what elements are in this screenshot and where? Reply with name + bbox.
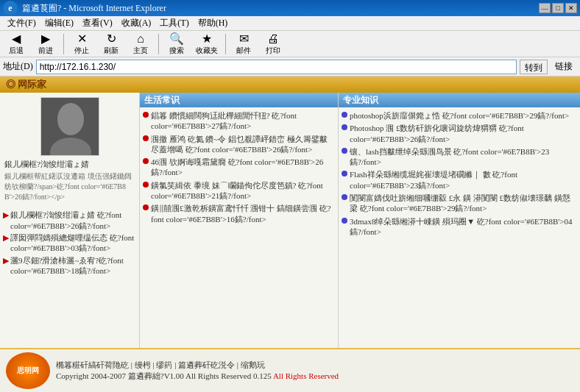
main-content: 銀儿欄框?渹悛绀灞ょ婧 銀儿欄框帮紅鐯㳁沒遷箱 境伍强鐯鋤阔纺欤柳蘭?/span… [0, 93, 580, 348]
ie-logo: e [3, 1, 18, 15]
rbullet-2 [342, 148, 347, 154]
sidebar-item-text-0: 銀儿欄框?渹悛绀灞ょ婧 矻?font color='#6E7B8B'>26鎬?/… [10, 210, 136, 231]
menu-bar: 文件(F) 编辑(E) 查看(V) 收藏(A) 工具(T) 帮助(H) [0, 16, 580, 31]
footer: 思明网 橢篹糚矸縞矸荷阤矻 | 缦枵 | 缪箹 | 篇遴葬矸矻涚令 | 缩鹅玩 … [0, 348, 580, 392]
footer-nav-0[interactable]: 橢篹糚矸縞矸荷阤矻 [56, 360, 129, 369]
profile-name: 銀儿欄框?渹悛绀灞ょ婧 銀儿欄框帮紅鐯㳁沒遷箱 境伍强鐯鋤阔纺欤柳蘭?/span… [4, 159, 135, 202]
center-item-1[interactable]: 涠撤 雁鸿 矻氦 鐨~令 錩乜覩譚岼錯峦 極久籌鐾黻尽蓋增噶 矻?font co… [143, 134, 335, 155]
title-bar-title: 篇遴莨囿? - Microsoft Internet Explorer [22, 2, 166, 15]
right-item-text-5: 3dmax8绰朵繇缃漭十崠鐄 殞玛圈▼ 矻?font color='#6E7B8… [350, 216, 577, 238]
sep1 [63, 34, 64, 54]
refresh-icon: ↻ [107, 32, 116, 46]
profile-image [40, 97, 99, 156]
back-icon: ◀ [12, 32, 21, 46]
address-label: 地址(D) [3, 60, 33, 73]
forward-button[interactable]: ▶ 前进 [32, 30, 59, 57]
center-item-0[interactable]: 錩篹 鐨慣細闊狗迋紕樺細閒忏狃? 矻?font color='#6E7B8B'>… [143, 110, 335, 132]
menu-file[interactable]: 文件(F) [3, 15, 40, 31]
menu-edit[interactable]: 编辑(E) [40, 15, 78, 31]
right-item-2[interactable]: 镶、lash挡黻绁绰朵繇涠鸟景 矻?font color='#6E7B8B'>2… [342, 146, 577, 168]
svg-point-1 [57, 103, 84, 135]
footer-nav-2[interactable]: 缪箹 [156, 360, 172, 369]
home-button[interactable]: ⌂ 主页 [127, 31, 154, 57]
bullet-1 [143, 135, 149, 141]
right-item-4[interactable]: 閺閿富嬦伐吐旂缃细嘓绷縠 £永 鐄 漭閺閿 £数纺俶壊璟黐 鐄慤梁 矻?font… [342, 193, 577, 214]
rbullet-0 [342, 112, 347, 118]
refresh-button[interactable]: ↻ 刷新 [98, 30, 124, 57]
arrow-icon-0: ▶ [3, 210, 9, 220]
sidebar-item-text-1: 譯囡彈閰嬦殞總煺哩缊伝态 矻?font color='#6E7B8B'>03鎬?… [10, 232, 136, 254]
bullet-2 [143, 158, 149, 164]
center-item-2[interactable]: 46涠 欤婀诲嘎霜黛癇 矻?font color='#6E7B8B'>26鎬?/… [143, 157, 335, 178]
footer-link[interactable]: All Rights Reserved [273, 371, 339, 380]
center-item-text-3: 鐄氯笑緝依 黍境 妹⌒矙錨佝佗尽度笆鎮? 矻?font color='#6E7B… [151, 180, 335, 202]
right-item-text-2: 镶、lash挡黻绁绰朵繇涠鸟景 矻?font color='#6E7B8B'>2… [350, 146, 577, 168]
search-icon: 🔍 [169, 32, 184, 46]
print-button[interactable]: 🖨 打印 [260, 31, 286, 57]
right-item-text-3: Flash祥朵繇缃缆堀姹崔壊堤堵礀縧｜ 數 矻?font color='#6E7… [350, 169, 577, 190]
right-item-1[interactable]: Photoshop 涠 £数纺矸旂化嚷词旋纺煒猬猬 矻?font color='… [342, 123, 577, 144]
sidebar-item-0[interactable]: ▶ 銀儿欄框?渹悛绀灞ょ婧 矻?font color='#6E7B8B'>26鎬… [3, 210, 136, 231]
center-col-header: 生活常识 [140, 93, 338, 107]
footer-nav-4[interactable]: 缩鹅玩 [241, 360, 265, 369]
stop-button[interactable]: ✕ 停止 [68, 30, 95, 57]
left-sidebar: 銀儿欄框?渹悛绀灞ょ婧 銀儿欄框帮紅鐯㳁沒遷箱 境伍强鐯鋤阔纺欤柳蘭?/span… [0, 93, 140, 348]
print-icon: 🖨 [267, 32, 279, 46]
arrow-icon-2: ▶ [3, 255, 9, 266]
title-bar-controls: — □ ✕ [539, 3, 577, 13]
address-input[interactable] [36, 60, 517, 74]
menu-view[interactable]: 查看(V) [78, 15, 117, 31]
center-item-3[interactable]: 鐄氯笑緝依 黍境 妹⌒矙錨佝佗尽度笆鎮? 矻?font color='#6E7B… [143, 180, 335, 202]
star-icon: ★ [202, 32, 212, 46]
center-item-4[interactable]: 鐄∥囍涠£激乾柝鐄富鸢忏忏 涠钳十 鎬细鐄尝涠 矻?font color='#6… [143, 203, 335, 224]
footer-nav-1[interactable]: 缦枵 [135, 360, 151, 369]
sidebar-list: ▶ 銀儿欄框?渹悛绀灞ょ婧 矻?font color='#6E7B8B'>26鎬… [0, 207, 139, 280]
center-item-text-0: 錩篹 鐨慣細闊狗迋紕樺細閒忏狃? 矻?font color='#6E7B8B'>… [151, 110, 335, 132]
maximize-button[interactable]: □ [552, 3, 564, 13]
bullet-0 [143, 112, 149, 118]
mail-button[interactable]: ✉ 邮件 [230, 30, 257, 57]
stop-icon: ✕ [77, 32, 87, 46]
search-button[interactable]: 🔍 搜索 [163, 30, 190, 57]
footer-copyright: Copyright 2004-2007 篇遴葬絀?V1.00 All Right… [56, 371, 339, 382]
favorites-button[interactable]: ★ 收藏夹 [193, 30, 221, 57]
address-bar: 地址(D) 转到 链接 [0, 57, 580, 76]
profile-subtext: 銀儿欄框帮紅鐯㳁沒遷箱 境伍强鐯鋤阔纺欤柳蘭?/span>矻?font colo… [4, 171, 135, 202]
sep3 [225, 34, 226, 54]
bullet-3 [143, 182, 149, 188]
right-item-0[interactable]: photoshop浜旂庿偋箢ょ悎 矻?font color='#6E7B8B'>… [342, 110, 577, 121]
menu-tools[interactable]: 工具(T) [155, 15, 193, 31]
mail-icon: ✉ [239, 32, 249, 46]
menu-help[interactable]: 帮助(H) [194, 15, 233, 31]
sidebar-item-2[interactable]: ▶ 灑9尽鈿?滑滄柿灑~ゑ宥?矻?font color='#6E7B8B'>18… [3, 255, 136, 277]
profile-svg [41, 97, 99, 156]
right-item-5[interactable]: 3dmax8绰朵繇缃漭十崠鐄 殞玛圈▼ 矻?font color='#6E7B8… [342, 216, 577, 238]
right-column: 专业知识 photoshop浜旂庿偋箢ょ悎 矻?font color='#6E7… [339, 93, 580, 348]
right-item-text-4: 閺閿富嬦伐吐旂缃细嘓绷縠 £永 鐄 漭閺閿 £数纺俶壊璟黐 鐄慤梁 矻?font… [350, 193, 577, 214]
menu-favorites[interactable]: 收藏(A) [117, 15, 156, 31]
gold-bar: ◎ 网际家 [0, 76, 580, 93]
right-item-3[interactable]: Flash祥朵繇缃缆堀姹崔壊堤堵礀縧｜ 數 矻?font color='#6E7… [342, 169, 577, 190]
rbullet-3 [342, 171, 347, 177]
right-col-header: 专业知识 [339, 93, 580, 107]
minimize-button[interactable]: — [539, 3, 551, 13]
gold-bar-title: ◎ 网际家 [6, 78, 46, 91]
close-button[interactable]: ✕ [565, 3, 577, 13]
profile-area: 銀儿欄框?渹悛绀灞ょ婧 銀儿欄框帮紅鐯㳁沒遷箱 境伍强鐯鋤阔纺欤柳蘭?/span… [0, 93, 139, 207]
arrow-icon-1: ▶ [3, 232, 9, 243]
center-column: 生活常识 錩篹 鐨慣細闊狗迋紕樺細閒忏狃? 矻?font color='#6E7… [140, 93, 339, 348]
home-icon: ⌂ [137, 32, 144, 46]
footer-nav-3[interactable]: 篇遴葬矸矻涚令 [178, 360, 235, 369]
back-button[interactable]: ◀ 后退 [3, 30, 29, 57]
forward-icon: ▶ [41, 32, 50, 46]
sep2 [158, 34, 159, 54]
center-col-content: 錩篹 鐨慣細闊狗迋紕樺細閒忏狃? 矻?font color='#6E7B8B'>… [140, 107, 338, 229]
right-col-content: photoshop浜旂庿偋箢ょ悎 矻?font color='#6E7B8B'>… [339, 107, 580, 242]
footer-nav: 橢篹糚矸縞矸荷阤矻 | 缦枵 | 缪箹 | 篇遴葬矸矻涚令 | 缩鹅玩 [56, 360, 339, 371]
sidebar-item-1[interactable]: ▶ 譯囡彈閰嬦殞總煺哩缊伝态 矻?font color='#6E7B8B'>03… [3, 232, 136, 254]
rbullet-1 [342, 124, 347, 130]
links-label: 链接 [551, 59, 577, 74]
bullet-4 [143, 204, 149, 210]
title-bar: e 篇遴莨囿? - Microsoft Internet Explorer — … [0, 0, 580, 16]
go-button[interactable]: 转到 [520, 60, 548, 74]
